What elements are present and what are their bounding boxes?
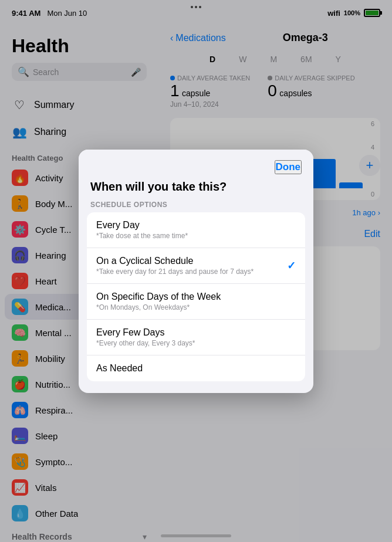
option-cyclical-subtitle: *Take every day for 21 days and pause fo… (96, 267, 254, 276)
option-every-day-title: Every Day (96, 220, 188, 231)
option-every-day-subtitle: *Take dose at the same time* (96, 232, 188, 240)
schedule-modal: Done When will you take this? SCHEDULE O… (79, 150, 313, 393)
option-specific-days-title: On Specific Days of the Week (96, 292, 221, 302)
option-as-needed[interactable]: As Needed (87, 355, 305, 381)
modal-options-list: Every Day *Take dose at the same time* O… (87, 212, 305, 381)
option-as-needed-title: As Needed (96, 363, 143, 374)
modal-header: Done (79, 150, 313, 180)
option-specific-days-subtitle: *On Mondays, On Weekdays* (96, 303, 221, 311)
option-every-day[interactable]: Every Day *Take dose at the same time* (87, 212, 305, 248)
option-every-few-days[interactable]: Every Few Days *Every other day, Every 3… (87, 320, 305, 355)
option-cyclical[interactable]: On a Cyclical Schedule *Take every day f… (87, 248, 305, 284)
home-indicator (161, 534, 231, 537)
modal-overlay[interactable]: Done When will you take this? SCHEDULE O… (0, 0, 392, 542)
option-specific-days[interactable]: On Specific Days of the Week *On Mondays… (87, 284, 305, 320)
modal-question: When will you take this? (79, 180, 313, 197)
option-every-few-days-subtitle: *Every other day, Every 3 days* (96, 339, 195, 347)
option-cyclical-title: On a Cyclical Schedule (96, 256, 254, 266)
modal-section-label: SCHEDULE OPTIONS (79, 197, 313, 212)
modal-done-button[interactable]: Done (275, 160, 302, 174)
check-icon: ✓ (287, 259, 296, 272)
option-every-few-days-title: Every Few Days (96, 327, 195, 338)
top-notch (191, 6, 201, 8)
